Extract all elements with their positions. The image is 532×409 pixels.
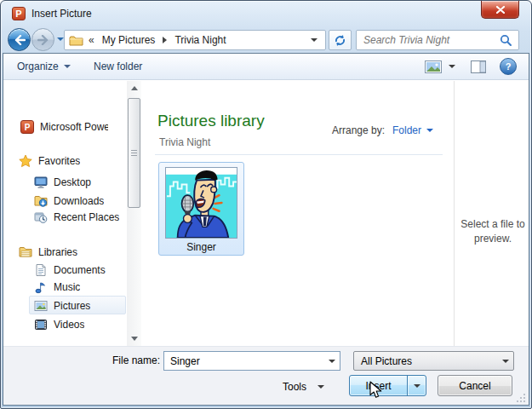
sidebar-item-favorites[interactable]: Favorites <box>19 153 80 170</box>
scrollbar-thumb[interactable] <box>128 98 140 208</box>
file-type-value: All Pictures <box>354 355 497 367</box>
videos-icon <box>34 318 48 331</box>
file-type-combobox[interactable]: All Pictures <box>353 351 514 371</box>
views-icon <box>425 60 442 73</box>
help-button[interactable]: ? <box>500 58 517 75</box>
sidebar-item-downloads[interactable]: Downloads <box>34 193 104 210</box>
sidebar-item-label: Recent Places <box>54 211 119 223</box>
address-breadcrumb-bar[interactable]: « My Pictures Trivia Night <box>64 30 326 50</box>
organize-button[interactable]: Organize <box>17 54 71 79</box>
breadcrumb-separator-icon[interactable] <box>163 37 167 43</box>
sidebar-item-label: Music <box>54 281 80 293</box>
sidebar-item-libraries[interactable]: Libraries <box>19 244 77 261</box>
search-input[interactable] <box>357 34 500 46</box>
sidebar-item-label: Downloads <box>54 195 104 207</box>
tools-label: Tools <box>283 381 306 393</box>
tools-button[interactable]: Tools <box>283 378 324 395</box>
back-arrow-icon <box>14 35 26 45</box>
singer-cartoon-image <box>166 168 237 238</box>
new-folder-button[interactable]: New folder <box>94 54 142 79</box>
sidebar-item-desktop[interactable]: Desktop <box>34 174 91 191</box>
chevron-down-icon <box>329 360 335 363</box>
organize-label: Organize <box>17 60 59 72</box>
sidebar-item-videos[interactable]: Videos <box>34 316 84 333</box>
tools-dropdown-icon <box>317 385 324 389</box>
refresh-button[interactable] <box>329 30 352 50</box>
file-name-combobox[interactable] <box>163 351 340 371</box>
sidebar-item-label: Videos <box>54 319 84 331</box>
scroll-up-button[interactable] <box>127 81 141 95</box>
sidebar-item-label: Libraries <box>38 246 77 258</box>
file-name-caption: Singer <box>159 241 243 253</box>
address-dropdown-icon[interactable] <box>311 38 317 42</box>
sidebar-item-microsoft-powerpoint[interactable]: P Microsoft PowerPo <box>20 118 108 135</box>
views-button[interactable] <box>425 54 455 79</box>
chevron-down-icon <box>414 384 420 388</box>
dialog-body: Organize New folder <box>3 53 529 406</box>
arrange-by-value: Folder <box>392 124 421 136</box>
insert-picture-dialog: P Insert Picture « My Pictures Trivia Ni… <box>0 0 532 409</box>
downloads-icon <box>34 194 48 208</box>
scroll-down-button[interactable] <box>127 331 141 346</box>
scroll-up-icon <box>131 86 138 90</box>
sidebar-item-recent-places[interactable]: Recent Places <box>34 209 119 226</box>
powerpoint-icon: P <box>20 120 34 134</box>
sidebar-item-label: Pictures <box>54 300 90 312</box>
preview-pane-button[interactable] <box>471 54 486 79</box>
back-button[interactable] <box>8 28 31 51</box>
search-box[interactable] <box>356 30 519 50</box>
recent-places-icon <box>34 210 48 224</box>
library-title: Pictures library <box>157 112 265 130</box>
sidebar-item-label: Microsoft PowerPo <box>40 121 108 133</box>
sidebar-item-label: Documents <box>54 264 106 276</box>
dialog-footer: File name: All Pictures Tools Insert <box>3 346 529 405</box>
arrange-by-dropdown[interactable]: Folder <box>392 124 433 136</box>
sidebar-item-label: Favorites <box>38 155 80 167</box>
breadcrumb-collapse-chevron[interactable]: « <box>89 34 94 46</box>
command-toolbar: Organize New folder <box>3 54 529 80</box>
file-item-singer[interactable]: Singer <box>158 162 244 256</box>
resize-grip[interactable] <box>517 393 526 402</box>
libraries-icon <box>19 245 32 259</box>
singer-thumbnail <box>165 167 237 239</box>
star-icon <box>19 154 32 168</box>
file-type-dropdown-button[interactable] <box>497 360 513 363</box>
refresh-icon <box>334 34 346 47</box>
content-area: P Microsoft PowerPo Favorites Desktop <box>3 81 529 346</box>
header-separator <box>155 154 443 155</box>
search-icon[interactable] <box>500 34 512 47</box>
scrollbar-grip <box>131 150 137 158</box>
views-dropdown-icon <box>449 65 455 68</box>
new-folder-label: New folder <box>94 60 142 72</box>
insert-dropdown-button[interactable] <box>408 384 426 388</box>
arrange-by-dropdown-icon <box>426 129 433 132</box>
sidebar-item-pictures[interactable]: Pictures <box>34 297 90 314</box>
file-name-input[interactable] <box>164 355 323 367</box>
arrange-by-label: Arrange by: <box>332 124 385 136</box>
sidebar-item-music[interactable]: Music <box>34 279 80 296</box>
forward-button[interactable] <box>31 28 54 51</box>
close-button[interactable] <box>481 1 519 19</box>
documents-icon <box>34 263 48 277</box>
forward-arrow-icon <box>37 35 49 45</box>
folder-icon <box>69 35 83 46</box>
preview-pane-separator <box>454 81 455 346</box>
sidebar-item-label: Desktop <box>54 176 91 188</box>
cancel-button[interactable]: Cancel <box>438 375 512 396</box>
help-icon: ? <box>506 61 512 72</box>
chevron-down-icon <box>502 360 509 363</box>
library-subtitle: Trivia Night <box>159 136 210 148</box>
close-icon <box>496 6 505 14</box>
breadcrumb-trivia-night[interactable]: Trivia Night <box>174 34 226 46</box>
pictures-icon <box>34 299 48 313</box>
sidebar-item-documents[interactable]: Documents <box>34 262 106 279</box>
breadcrumb-my-pictures[interactable]: My Pictures <box>102 34 156 46</box>
file-name-label: File name: <box>89 354 160 366</box>
insert-split-button[interactable]: Insert <box>349 375 426 396</box>
history-dropdown-icon[interactable] <box>57 37 64 41</box>
desktop-icon <box>34 176 48 189</box>
preview-pane-icon <box>471 60 486 73</box>
file-name-dropdown-button[interactable] <box>323 360 340 363</box>
window-title: Insert Picture <box>31 8 92 20</box>
sidebar-scrollbar[interactable] <box>127 81 141 346</box>
